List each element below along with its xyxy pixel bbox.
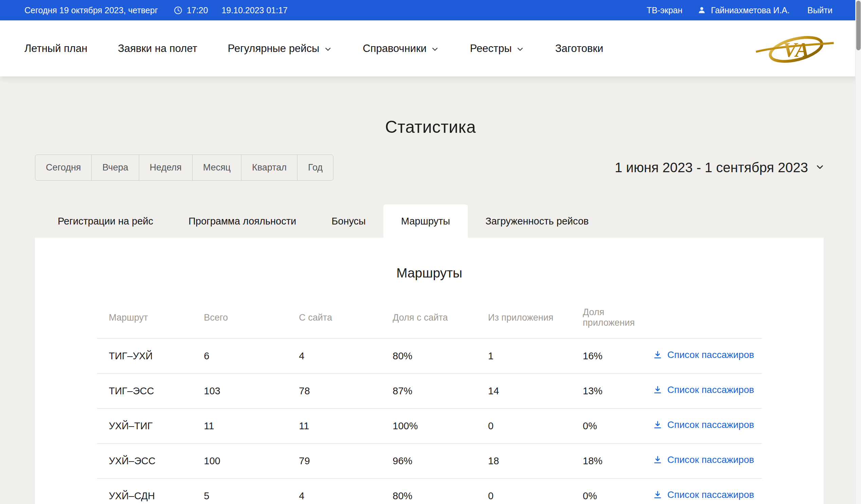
routes-heading: Маршруты bbox=[35, 238, 824, 281]
tv-screen-link[interactable]: ТВ-экран bbox=[646, 5, 682, 15]
cell-from-app: 0 bbox=[476, 490, 571, 502]
nav-item-label: Заготовки bbox=[555, 42, 603, 55]
cell-site-share: 80% bbox=[381, 351, 476, 362]
main-content: Статистика СегодняВчераНеделяМесяцКварта… bbox=[0, 117, 861, 504]
column-header: Маршрут bbox=[97, 312, 192, 323]
nav-item[interactable]: Заготовки bbox=[555, 42, 603, 55]
chevron-down-icon bbox=[516, 45, 524, 54]
column-header: Доля с сайта bbox=[381, 312, 476, 323]
cell-from-site: 4 bbox=[287, 490, 381, 502]
chevron-down-icon bbox=[815, 160, 825, 175]
table-row: УХЙ–ЭСС1007996%1818%Список пассажиров bbox=[97, 444, 762, 478]
nav-item[interactable]: Справочники bbox=[363, 42, 440, 55]
tab[interactable]: Загруженность рейсов bbox=[468, 204, 606, 238]
cell-passenger-list: Список пассажиров bbox=[653, 350, 762, 363]
cell-site-share: 100% bbox=[381, 420, 476, 432]
cell-total: 5 bbox=[192, 490, 287, 502]
cell-total: 11 bbox=[192, 420, 287, 432]
topbar-right: ТВ-экран Гайниахметова И.А. Выйти bbox=[646, 5, 833, 15]
tab-active[interactable]: Маршруты bbox=[383, 204, 467, 238]
chevron-down-icon bbox=[430, 45, 439, 54]
download-icon bbox=[653, 385, 663, 395]
scrollbar-thumb[interactable] bbox=[856, 1, 861, 50]
cell-passenger-list: Список пассажиров bbox=[653, 489, 762, 502]
period-button[interactable]: Квартал bbox=[241, 154, 297, 181]
passenger-list-link[interactable]: Список пассажиров bbox=[653, 489, 754, 500]
period-button[interactable]: Вчера bbox=[91, 154, 139, 181]
topbar-time: 17:20 bbox=[187, 5, 208, 15]
column-header: Доля приложения bbox=[571, 307, 653, 328]
logout-link[interactable]: Выйти bbox=[807, 5, 833, 15]
main-nav: Летный планЗаявки на полетРегулярные рей… bbox=[0, 21, 861, 77]
svg-text:VA: VA bbox=[783, 38, 809, 61]
tab[interactable]: Регистрации на рейс bbox=[40, 204, 171, 238]
table-row: УХЙ–СДН5480%00%Список пассажиров bbox=[97, 478, 762, 504]
cell-app-share: 18% bbox=[571, 455, 653, 467]
cell-from-app: 1 bbox=[476, 351, 571, 362]
passenger-list-label: Список пассажиров bbox=[668, 454, 754, 465]
table-row: ТИГ–УХЙ6480%116%Список пассажиров bbox=[97, 339, 762, 373]
download-icon bbox=[653, 420, 663, 430]
passenger-list-link[interactable]: Список пассажиров bbox=[653, 350, 754, 360]
tab[interactable]: Бонусы bbox=[314, 204, 383, 238]
nav-item-label: Реестры bbox=[470, 42, 511, 55]
nav-item[interactable]: Регулярные рейсы bbox=[228, 42, 332, 55]
user-icon bbox=[697, 6, 706, 15]
download-icon bbox=[653, 350, 663, 360]
column-header: С сайта bbox=[287, 312, 381, 323]
cell-passenger-list: Список пассажиров bbox=[653, 454, 762, 467]
nav-item-label: Заявки на полет bbox=[118, 42, 197, 55]
cell-app-share: 16% bbox=[571, 351, 653, 362]
routes-table: МаршрутВсегоС сайтаДоля с сайтаИз прилож… bbox=[97, 307, 762, 504]
cell-from-site: 4 bbox=[287, 351, 381, 362]
nav-item[interactable]: Летный план bbox=[25, 42, 87, 55]
cell-passenger-list: Список пассажиров bbox=[653, 420, 762, 432]
passenger-list-link[interactable]: Список пассажиров bbox=[653, 420, 754, 430]
table-row: УХЙ–ТИГ1111100%00%Список пассажиров bbox=[97, 409, 762, 444]
nav-item[interactable]: Реестры bbox=[470, 42, 524, 55]
passenger-list-label: Список пассажиров bbox=[668, 489, 754, 500]
cell-from-app: 18 bbox=[476, 455, 571, 467]
cell-route: УХЙ–ТИГ bbox=[97, 420, 192, 432]
period-button[interactable]: Неделя bbox=[139, 154, 192, 181]
cell-from-app: 14 bbox=[476, 385, 571, 397]
cell-app-share: 0% bbox=[571, 490, 653, 502]
passenger-list-link[interactable]: Список пассажиров bbox=[653, 454, 754, 465]
date-range-label: 1 июня 2023 - 1 сентября 2023 bbox=[615, 160, 808, 175]
passenger-list-link[interactable]: Список пассажиров bbox=[653, 384, 754, 395]
period-button[interactable]: Год bbox=[297, 154, 333, 181]
topbar-date-text: Сегодня 19 октября 2023, четверг bbox=[25, 5, 158, 15]
cell-site-share: 96% bbox=[381, 455, 476, 467]
period-button-group: СегодняВчераНеделяМесяцКварталГод bbox=[35, 154, 333, 181]
cell-route: УХЙ–ЭСС bbox=[97, 455, 192, 467]
passenger-list-label: Список пассажиров bbox=[668, 350, 754, 360]
user-name: Гайниахметова И.А. bbox=[711, 5, 790, 15]
cell-total: 103 bbox=[192, 385, 287, 397]
period-button[interactable]: Сегодня bbox=[35, 154, 92, 181]
period-button[interactable]: Месяц bbox=[192, 154, 242, 181]
passenger-list-label: Список пассажиров bbox=[668, 420, 754, 430]
tab[interactable]: Программа лояльности bbox=[171, 204, 314, 238]
cell-total: 100 bbox=[192, 455, 287, 467]
controls-row: СегодняВчераНеделяМесяцКварталГод 1 июня… bbox=[0, 154, 861, 181]
nav-item-label: Регулярные рейсы bbox=[228, 42, 319, 55]
clock-icon bbox=[174, 6, 183, 15]
cell-route: ТИГ–ЭСС bbox=[97, 385, 192, 397]
page-scrollbar[interactable] bbox=[855, 0, 861, 504]
cell-route: ТИГ–УХЙ bbox=[97, 351, 192, 362]
page-title: Статистика bbox=[0, 117, 861, 137]
passenger-list-label: Список пассажиров bbox=[668, 384, 754, 395]
topbar: Сегодня 19 октября 2023, четверг 17:20 1… bbox=[0, 0, 861, 21]
nav-item-label: Летный план bbox=[25, 42, 87, 55]
tab-bar: Регистрации на рейсПрограмма лояльностиБ… bbox=[0, 204, 861, 238]
cell-total: 6 bbox=[192, 351, 287, 362]
column-header: Всего bbox=[192, 312, 287, 323]
cell-from-site: 79 bbox=[287, 455, 381, 467]
date-range-selector[interactable]: 1 июня 2023 - 1 сентября 2023 bbox=[615, 160, 825, 175]
nav-item[interactable]: Заявки на полет bbox=[118, 42, 197, 55]
cell-app-share: 0% bbox=[571, 420, 653, 432]
routes-card: Маршруты МаршрутВсегоС сайтаДоля с сайта… bbox=[35, 238, 824, 504]
cell-site-share: 80% bbox=[381, 490, 476, 502]
nav-items: Летный планЗаявки на полетРегулярные рей… bbox=[25, 42, 603, 55]
nav-item-label: Справочники bbox=[363, 42, 427, 55]
